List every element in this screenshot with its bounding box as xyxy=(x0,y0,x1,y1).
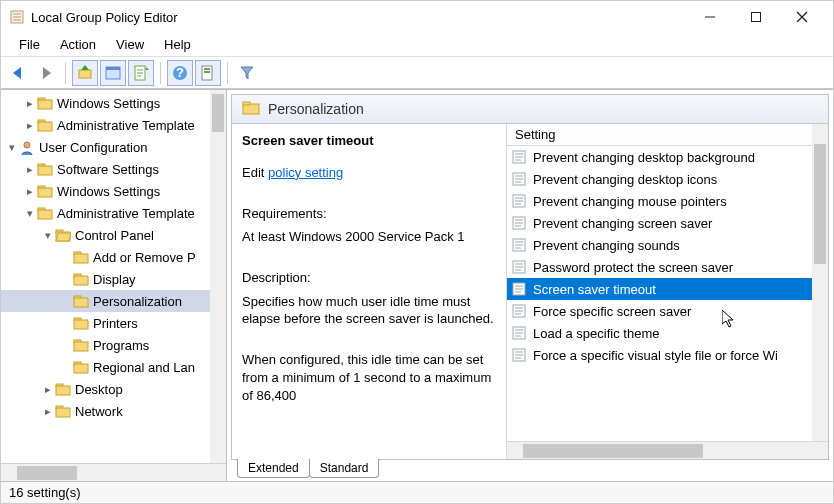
policy-item-icon xyxy=(511,325,527,341)
tree-item[interactable]: ▾Control Panel xyxy=(1,224,226,246)
list-item[interactable]: Prevent changing desktop background xyxy=(507,146,828,168)
list-item[interactable]: Screen saver timeout xyxy=(507,278,828,300)
toolbar-separator xyxy=(160,62,161,84)
list-item[interactable]: Prevent changing screen saver xyxy=(507,212,828,234)
title-bar: Local Group Policy Editor xyxy=(1,1,833,33)
svg-rect-47 xyxy=(74,364,88,373)
tree-item[interactable]: ▸Regional and Lan xyxy=(1,356,226,378)
svg-rect-23 xyxy=(38,100,52,109)
chevron-down-icon[interactable]: ▾ xyxy=(23,207,37,220)
svg-marker-11 xyxy=(81,65,89,70)
tree-item-label: Desktop xyxy=(75,382,123,397)
list-horizontal-scrollbar[interactable] xyxy=(507,441,828,459)
chevron-right-icon[interactable]: ▸ xyxy=(23,97,37,110)
list-item[interactable]: Password protect the screen saver xyxy=(507,256,828,278)
chevron-right-icon[interactable]: ▸ xyxy=(41,383,55,396)
policy-item-icon xyxy=(511,347,527,363)
minimize-button[interactable] xyxy=(687,2,733,32)
list-item[interactable]: Prevent changing sounds xyxy=(507,234,828,256)
toolbar-separator xyxy=(227,62,228,84)
category-header: Personalization xyxy=(231,94,829,124)
back-button[interactable] xyxy=(5,60,31,86)
list-item[interactable]: Load a specific theme xyxy=(507,322,828,344)
properties-button[interactable] xyxy=(128,60,154,86)
list-vertical-scrollbar[interactable] xyxy=(812,124,828,441)
chevron-right-icon[interactable]: ▸ xyxy=(23,163,37,176)
description-text-2: When configured, this idle time can be s… xyxy=(242,351,496,404)
settings-list[interactable]: Prevent changing desktop backgroundPreve… xyxy=(507,146,828,441)
svg-rect-37 xyxy=(74,254,88,263)
svg-text:?: ? xyxy=(176,65,184,80)
folder-icon xyxy=(73,294,89,308)
tree-item[interactable]: ▸Printers xyxy=(1,312,226,334)
list-item[interactable]: Force specific screen saver xyxy=(507,300,828,322)
status-text: 16 setting(s) xyxy=(9,485,81,500)
tree-item[interactable]: ▾User Configuration xyxy=(1,136,226,158)
tree-item-label: Software Settings xyxy=(57,162,159,177)
tree-vertical-scrollbar[interactable] xyxy=(210,90,226,463)
filter-button[interactable] xyxy=(234,60,260,86)
svg-rect-20 xyxy=(204,71,210,73)
menu-help[interactable]: Help xyxy=(154,35,201,54)
folder-icon xyxy=(37,96,53,110)
policy-item-icon xyxy=(511,259,527,275)
list-item[interactable]: Force a specific visual style file or fo… xyxy=(507,344,828,366)
tree-item[interactable]: ▸Add or Remove P xyxy=(1,246,226,268)
folder-icon xyxy=(55,404,71,418)
up-button[interactable] xyxy=(72,60,98,86)
svg-rect-53 xyxy=(243,102,250,105)
tree-item[interactable]: ▸Software Settings xyxy=(1,158,226,180)
tree-item[interactable]: ▸Windows Settings xyxy=(1,92,226,114)
chevron-right-icon[interactable]: ▸ xyxy=(41,405,55,418)
tabs-row: Extended Standard xyxy=(231,459,829,481)
chevron-down-icon[interactable]: ▾ xyxy=(41,229,55,242)
help-button[interactable]: ? xyxy=(167,60,193,86)
window-controls xyxy=(687,2,825,32)
detail-body: Screen saver timeout Edit policy setting… xyxy=(231,124,829,459)
forward-button[interactable] xyxy=(33,60,59,86)
chevron-down-icon[interactable]: ▾ xyxy=(5,141,19,154)
folder-icon xyxy=(73,360,89,374)
status-bar: 16 setting(s) xyxy=(1,481,833,503)
tree-item[interactable]: ▸Display xyxy=(1,268,226,290)
toolbar: ? xyxy=(1,57,833,89)
show-hide-tree-button[interactable] xyxy=(100,60,126,86)
menu-file[interactable]: File xyxy=(9,35,50,54)
folder-icon xyxy=(73,338,89,352)
right-pane: Personalization Screen saver timeout Edi… xyxy=(227,90,833,481)
tab-extended[interactable]: Extended xyxy=(237,459,310,478)
tree-item[interactable]: ▸Administrative Template xyxy=(1,114,226,136)
list-item[interactable]: Prevent changing mouse pointers xyxy=(507,190,828,212)
chevron-right-icon[interactable]: ▸ xyxy=(23,185,37,198)
svg-rect-28 xyxy=(38,166,52,175)
refresh-button[interactable] xyxy=(195,60,221,86)
tree-item[interactable]: ▸Personalization xyxy=(1,290,226,312)
settings-list-header[interactable]: Setting xyxy=(507,124,828,146)
tab-standard[interactable]: Standard xyxy=(309,459,380,478)
tree-item[interactable]: ▸Windows Settings xyxy=(1,180,226,202)
policy-setting-link[interactable]: policy setting xyxy=(268,165,343,180)
close-button[interactable] xyxy=(779,2,825,32)
menu-action[interactable]: Action xyxy=(50,35,106,54)
tree-item[interactable]: ▾Administrative Template xyxy=(1,202,226,224)
list-item-label: Force specific screen saver xyxy=(533,304,691,319)
chevron-right-icon[interactable]: ▸ xyxy=(23,119,37,132)
menu-view[interactable]: View xyxy=(106,35,154,54)
svg-rect-32 xyxy=(38,210,52,219)
list-item[interactable]: Prevent changing desktop icons xyxy=(507,168,828,190)
svg-marker-21 xyxy=(241,67,253,79)
svg-rect-41 xyxy=(74,298,88,307)
list-item-label: Prevent changing desktop background xyxy=(533,150,755,165)
tree-item[interactable]: ▸Network xyxy=(1,400,226,422)
folder-icon xyxy=(242,100,260,119)
maximize-button[interactable] xyxy=(733,2,779,32)
svg-rect-45 xyxy=(74,342,88,351)
tree-item[interactable]: ▸Programs xyxy=(1,334,226,356)
svg-marker-8 xyxy=(13,67,21,79)
tree-item[interactable]: ▸Desktop xyxy=(1,378,226,400)
tree-horizontal-scrollbar[interactable] xyxy=(1,463,226,481)
tree-item-label: Network xyxy=(75,404,123,419)
svg-rect-30 xyxy=(38,188,52,197)
tree[interactable]: ▸Windows Settings▸Administrative Templat… xyxy=(1,90,226,463)
svg-rect-13 xyxy=(106,67,120,70)
